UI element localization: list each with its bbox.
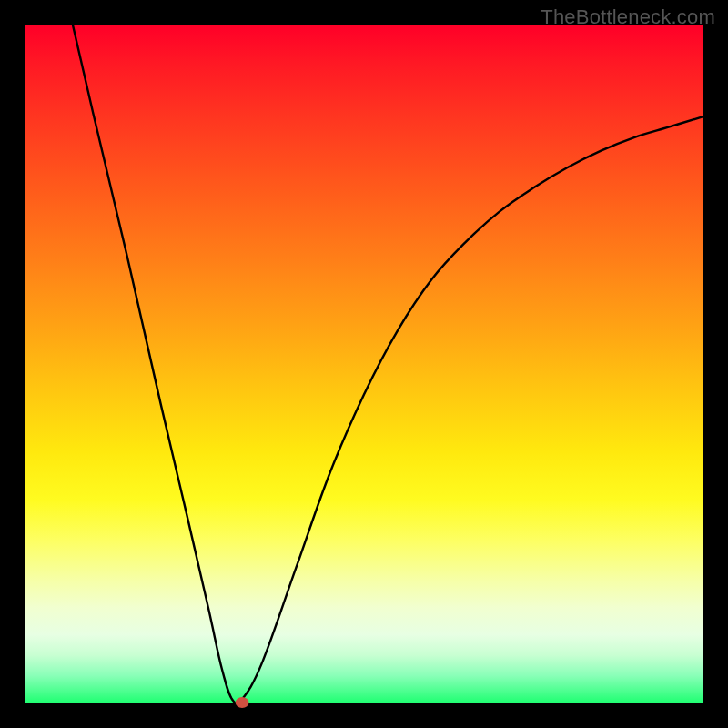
- watermark-text: TheBottleneck.com: [541, 5, 715, 29]
- chart-frame: TheBottleneck.com: [0, 0, 728, 728]
- curve-svg: [25, 25, 703, 703]
- minimum-marker: [236, 697, 249, 708]
- plot-area: [25, 25, 703, 703]
- bottleneck-curve: [73, 25, 703, 703]
